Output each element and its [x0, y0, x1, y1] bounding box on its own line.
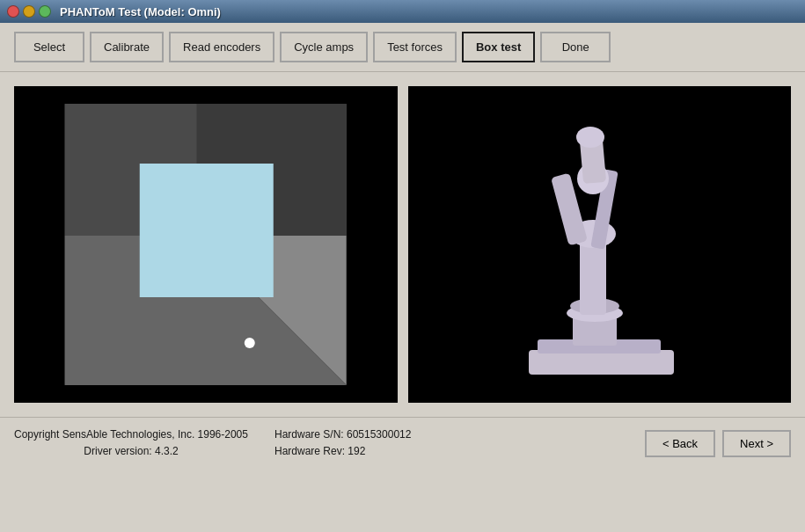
window-controls[interactable] — [7, 5, 51, 18]
svg-rect-10 — [529, 350, 674, 375]
toolbar: SelectCalibrateRead encodersCycle ampsTe… — [0, 23, 805, 72]
toolbar-btn-calibrate[interactable]: Calibrate — [90, 32, 164, 62]
left-viewport — [14, 86, 398, 403]
minimize-button[interactable] — [23, 5, 35, 18]
close-button[interactable] — [7, 5, 19, 18]
window-title: PHANToM Test (Model: Omni) — [60, 5, 221, 18]
svg-rect-8 — [140, 164, 274, 297]
footer: Copyright SensAble Technologies, Inc. 19… — [0, 417, 805, 469]
footer-info: Copyright SensAble Technologies, Inc. 19… — [14, 426, 411, 460]
toolbar-btn-done[interactable]: Done — [540, 32, 611, 62]
toolbar-btn-cycle-amps[interactable]: Cycle amps — [280, 32, 368, 62]
svg-point-21 — [576, 127, 604, 148]
maximize-button[interactable] — [39, 5, 51, 18]
driver-version-text: Driver version: 4.3.2 — [14, 443, 248, 460]
footer-buttons: < Back Next > — [645, 430, 791, 457]
svg-point-9 — [245, 338, 255, 348]
next-button[interactable]: Next > — [722, 430, 791, 457]
back-button[interactable]: < Back — [645, 430, 715, 457]
hardware-rev-text: Hardware Rev: 192 — [274, 443, 411, 460]
hardware-sn-text: Hardware S/N: 60515300012 — [274, 426, 411, 443]
main-content — [0, 72, 805, 417]
toolbar-btn-box-test[interactable]: Box test — [462, 32, 535, 62]
toolbar-btn-test-forces[interactable]: Test forces — [373, 32, 457, 62]
title-bar: PHANToM Test (Model: Omni) — [0, 0, 805, 23]
right-viewport — [408, 86, 792, 403]
toolbar-btn-select[interactable]: Select — [14, 32, 84, 62]
toolbar-btn-read-encoders[interactable]: Read encoders — [169, 32, 274, 62]
copyright-text: Copyright SensAble Technologies, Inc. 19… — [14, 426, 248, 443]
